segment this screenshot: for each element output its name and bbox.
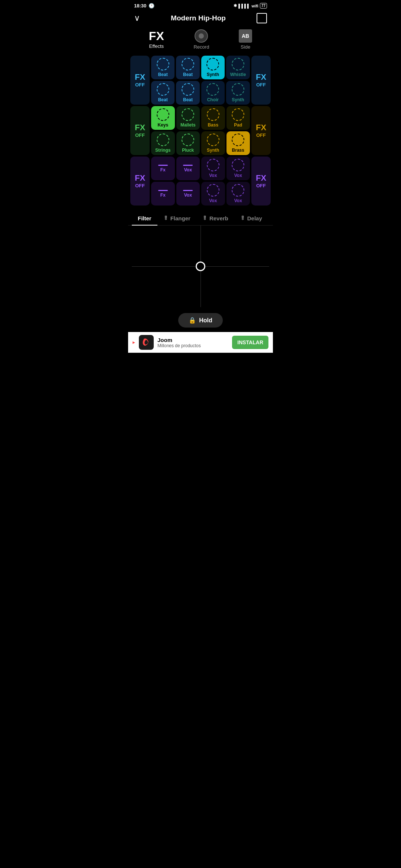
page-title: Modern Hip-Hop — [140, 14, 257, 22]
ad-banner[interactable]: ▶ Joom Millones de productos INSTALAR — [128, 332, 273, 353]
pad-vox-3[interactable]: Vox — [201, 157, 225, 180]
crown-icon-delay: 🎖 — [240, 216, 245, 221]
pad-vox-1[interactable]: Vox — [176, 157, 200, 180]
tab-flanger[interactable]: 🎖 Flanger — [157, 211, 196, 225]
fx-side-olive[interactable]: FX OFF — [251, 106, 271, 155]
pad-keys[interactable]: Keys — [151, 106, 175, 130]
pad-circle-icon — [157, 108, 169, 121]
pad-synth-1[interactable]: Synth — [201, 56, 225, 79]
purple-left-grid: Fx Vox Fx Vox — [151, 157, 200, 206]
ad-logo — [139, 335, 154, 350]
fx-purple-right-label: FX — [256, 174, 266, 182]
pad-circle-icon — [157, 134, 169, 146]
pad-bass[interactable]: Bass — [201, 106, 225, 130]
pad-mallets[interactable]: Mallets — [176, 106, 200, 130]
ad-title: Joom — [157, 337, 228, 343]
dash-icon — [158, 165, 168, 166]
fx-icon: FX — [149, 30, 164, 42]
filter-knob[interactable] — [196, 262, 205, 271]
hold-label: Hold — [199, 317, 212, 324]
pad-pluck[interactable]: Pluck — [176, 131, 200, 155]
pad-circle-icon — [232, 134, 244, 146]
fx-side-purple-right[interactable]: FX OFF — [251, 157, 271, 206]
tab-reverb[interactable]: 🎖 Reverb — [196, 211, 234, 225]
pad-synth-2[interactable]: Synth — [226, 81, 250, 105]
status-bar: 18:30 🕐 ✱ ▌▌▌▌ wifi 77 — [128, 0, 273, 10]
olive-pad-grid: Bass Pad Synth Brass — [201, 106, 250, 155]
pad-vox-6[interactable]: Vox — [226, 182, 250, 206]
purple-section: FX OFF Fx Vox Fx Vox Vox — [130, 157, 271, 206]
pad-circle-icon — [232, 83, 244, 96]
filter-tabs: Filter 🎖 Flanger 🎖 Reverb 🎖 Delay — [128, 208, 273, 226]
pad-circle-icon — [182, 83, 194, 96]
pad-section: FX OFF Beat Beat Synth Beat — [128, 56, 273, 206]
blue-pad-grid: Beat Beat Synth Beat Beat Choir — [151, 56, 225, 105]
pad-circle-icon — [207, 134, 219, 146]
signal-icon: ▌▌▌▌ — [238, 4, 250, 8]
pad-beat-4[interactable]: Beat — [176, 81, 199, 105]
fx-blue-right-sub: OFF — [256, 82, 266, 88]
tab-filter[interactable]: Filter — [132, 211, 157, 225]
dash-icon — [183, 165, 193, 166]
record-label: Record — [193, 44, 209, 50]
pad-fx-1[interactable]: Fx — [151, 157, 175, 180]
pad-synth-3[interactable]: Synth — [201, 131, 225, 155]
fx-purple-right-sub: OFF — [256, 183, 266, 188]
pad-circle-icon — [207, 159, 219, 171]
hold-button[interactable]: 🔒 Hold — [178, 313, 223, 328]
pad-circle-icon — [157, 83, 169, 96]
ab-icon: AB — [239, 29, 252, 43]
ad-install-button[interactable]: INSTALAR — [232, 336, 268, 349]
filter-xy-area[interactable] — [132, 226, 269, 307]
record-icon — [195, 29, 208, 43]
fx-side-green[interactable]: FX OFF — [130, 106, 150, 155]
time: 18:30 — [134, 3, 146, 9]
fx-blue-right-label: FX — [256, 73, 266, 81]
lock-icon: 🔒 — [189, 317, 196, 324]
tab-delay[interactable]: 🎖 Delay — [234, 211, 268, 225]
blue-section: FX OFF Beat Beat Synth Beat — [130, 56, 271, 105]
pad-circle-icon — [206, 58, 219, 70]
pad-pad[interactable]: Pad — [226, 106, 250, 130]
pad-vox-2[interactable]: Vox — [176, 182, 200, 206]
pad-circle-icon — [182, 58, 194, 70]
green-pad-grid: Keys Mallets Strings Pluck — [151, 106, 200, 155]
purple-right-grid: Vox Vox Vox Vox — [201, 157, 250, 206]
fx-blue-label: FX — [135, 73, 145, 81]
pad-circle-icon — [207, 108, 219, 121]
fx-blue-sub: OFF — [135, 82, 145, 88]
pad-choir[interactable]: Choir — [201, 81, 225, 105]
crown-icon-reverb: 🎖 — [202, 216, 207, 221]
pad-beat-2[interactable]: Beat — [176, 56, 199, 79]
mode-record[interactable]: Record — [193, 29, 209, 50]
pad-circle-icon — [182, 108, 194, 121]
side-label: Side — [241, 44, 250, 50]
pad-beat-3[interactable]: Beat — [151, 81, 175, 105]
fx-label: Effects — [149, 43, 164, 49]
fx-green-sub: OFF — [135, 132, 145, 138]
pad-fx-2[interactable]: Fx — [151, 182, 175, 206]
mode-side[interactable]: AB Side — [239, 29, 252, 50]
alarm-icon: 🕐 — [149, 3, 154, 9]
pad-strings[interactable]: Strings — [151, 131, 175, 155]
pad-vox-5[interactable]: Vox — [201, 182, 225, 206]
fx-side-blue[interactable]: FX OFF — [130, 56, 150, 105]
fx-purple-sub: OFF — [135, 183, 145, 188]
fx-side-blue-right[interactable]: FX OFF — [251, 56, 271, 105]
pad-whistle[interactable]: Whistle — [226, 56, 250, 79]
chevron-down-icon[interactable]: ∨ — [134, 13, 140, 23]
fx-purple-label: FX — [135, 174, 145, 182]
pad-vox-4[interactable]: Vox — [226, 157, 250, 180]
stop-button[interactable] — [257, 13, 267, 23]
mode-selector: FX Effects Record AB Side — [128, 28, 273, 56]
fx-green-label: FX — [135, 124, 145, 132]
battery-icon: 77 — [260, 3, 267, 9]
crown-icon-flanger: 🎖 — [163, 216, 168, 221]
hold-button-container: 🔒 Hold — [128, 307, 273, 332]
fx-side-purple[interactable]: FX OFF — [130, 157, 150, 206]
pad-brass[interactable]: Brass — [226, 131, 250, 155]
mode-fx[interactable]: FX Effects — [149, 30, 164, 49]
pad-beat-1[interactable]: Beat — [151, 56, 175, 79]
record-inner — [199, 33, 204, 39]
dash-icon — [183, 190, 193, 191]
